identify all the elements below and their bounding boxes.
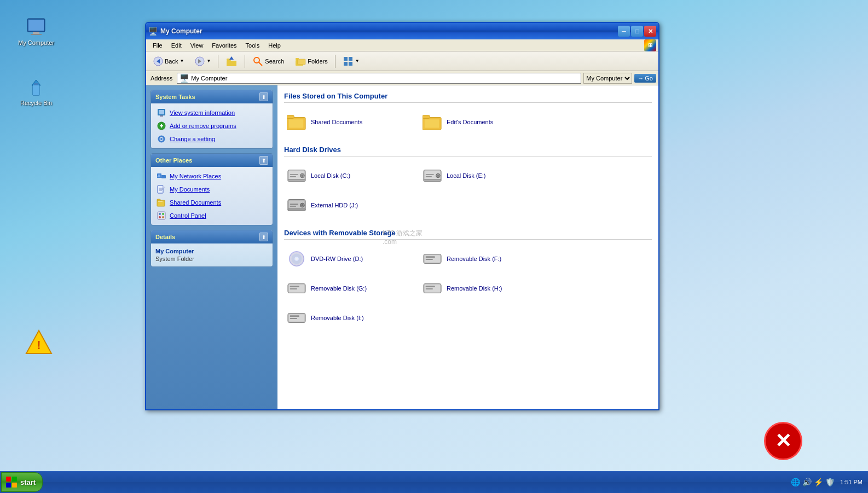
edits-documents-folder-icon — [423, 112, 442, 132]
removable-i-item[interactable]: Removable Disk (I:) — [284, 305, 415, 330]
svg-rect-85 — [426, 256, 435, 258]
removable-h-icon — [423, 279, 442, 298]
svg-rect-77 — [288, 209, 305, 211]
maximize-button[interactable]: □ — [631, 26, 643, 37]
removable-f-item[interactable]: Removable Disk (F:) — [420, 246, 551, 271]
taskbar-time: 1:51 PM — [840, 479, 863, 485]
svg-rect-93 — [426, 286, 435, 287]
svg-rect-1 — [28, 20, 44, 31]
toolbar-separator-2 — [245, 55, 245, 68]
search-button[interactable]: Search — [247, 54, 289, 69]
menu-help[interactable]: Help — [264, 41, 285, 50]
svg-marker-15 — [229, 56, 234, 60]
svg-rect-75 — [290, 204, 298, 205]
my-documents-label: My Documents — [170, 186, 210, 193]
go-button[interactable]: → Go — [634, 74, 656, 83]
system-tasks-items: View system information Add or remove p — [151, 103, 273, 148]
svg-rect-44 — [157, 199, 160, 201]
change-setting-icon — [157, 134, 166, 144]
sidebar: System Tasks ⬆ Vie — [146, 85, 277, 409]
removable-h-item[interactable]: Removable Disk (H:) — [420, 276, 551, 301]
removable-f-label: Removable Disk (F:) — [447, 256, 501, 262]
details-subtitle: System Folder — [155, 256, 268, 262]
desktop-icon-warning[interactable]: ! — [16, 328, 56, 350]
views-button[interactable]: ▼ — [338, 54, 364, 69]
menu-file[interactable]: File — [148, 41, 167, 50]
svg-rect-53 — [289, 119, 304, 127]
start-button[interactable]: start — [1, 472, 43, 492]
shared-documents-label: Shared Documents — [170, 199, 221, 206]
removable-g-item[interactable]: Removable Disk (G:) — [284, 276, 415, 301]
local-disk-e-item[interactable]: Local Disk (E:) — [420, 163, 551, 188]
sidebar-item-my-documents[interactable]: My Documents — [154, 183, 269, 195]
other-places-header[interactable]: Other Places ⬆ — [151, 154, 273, 167]
control-panel-icon — [157, 211, 166, 221]
svg-rect-86 — [426, 259, 433, 260]
svg-rect-94 — [426, 288, 433, 289]
details-collapse[interactable]: ⬆ — [259, 233, 268, 241]
back-icon — [153, 56, 163, 66]
warning-icon: ! — [25, 328, 47, 350]
other-places-collapse[interactable]: ⬆ — [259, 156, 268, 165]
edits-documents-item[interactable]: Edit's Documents — [420, 109, 551, 135]
svg-rect-56 — [425, 119, 439, 127]
sidebar-item-control-panel[interactable]: Control Panel — [154, 210, 269, 222]
back-button[interactable]: Back ▼ — [148, 54, 189, 68]
address-dropdown[interactable]: My Computer — [583, 73, 632, 84]
shared-documents-item[interactable]: Shared Documents — [284, 109, 415, 135]
menu-favorites[interactable]: Favorites — [207, 41, 241, 50]
sidebar-item-add-remove-programs[interactable]: Add or remove programs — [154, 120, 269, 132]
local-disk-c-item[interactable]: Local Disk (C:) — [284, 163, 415, 188]
details-name: My Computer — [155, 248, 268, 254]
svg-rect-23 — [344, 62, 348, 66]
svg-rect-69 — [426, 176, 432, 177]
svg-point-16 — [254, 57, 259, 63]
menu-edit[interactable]: Edit — [167, 41, 186, 50]
details-header[interactable]: Details ⬆ — [151, 230, 273, 243]
up-button[interactable] — [221, 53, 242, 69]
dvd-d-item[interactable]: DVD-RW Drive (D:) — [284, 246, 415, 271]
sidebar-item-my-network-places[interactable]: My Network Places — [154, 170, 269, 182]
address-bar: Address 🖥️ My Computer My Computer → Go — [146, 71, 658, 85]
svg-rect-89 — [290, 286, 299, 287]
address-input[interactable]: 🖥️ My Computer — [177, 73, 581, 84]
minimize-button[interactable]: ─ — [618, 26, 630, 37]
removable-h-label: Removable Disk (H:) — [447, 285, 502, 292]
svg-rect-34 — [158, 175, 160, 177]
desktop-icon-label: Recycle Bin — [16, 100, 56, 106]
folders-button[interactable]: Folders — [290, 54, 333, 69]
views-dropdown-icon[interactable]: ▼ — [355, 59, 360, 63]
svg-rect-5 — [33, 85, 39, 95]
svg-rect-63 — [288, 179, 305, 182]
svg-rect-24 — [349, 62, 352, 66]
shared-documents-label: Shared Documents — [311, 119, 362, 125]
forward-button[interactable]: ▼ — [190, 54, 216, 68]
my-network-places-icon — [157, 171, 166, 181]
tray-icon-3: ⚡ — [814, 478, 823, 486]
back-dropdown-icon[interactable]: ▼ — [180, 59, 184, 63]
tray-icon-4: 🛡️ — [825, 478, 835, 486]
system-tasks-collapse[interactable]: ⬆ — [259, 92, 268, 101]
svg-rect-13 — [227, 61, 236, 66]
sidebar-item-shared-documents[interactable]: Shared Documents — [154, 196, 269, 208]
svg-marker-39 — [163, 185, 165, 188]
removable-i-icon — [287, 308, 306, 328]
external-hdd-j-item[interactable]: External HDD (J:) — [284, 193, 415, 218]
svg-rect-98 — [290, 318, 297, 319]
menu-view[interactable]: View — [186, 41, 208, 50]
red-x-button[interactable]: ✕ — [764, 422, 802, 460]
menu-tools[interactable]: Tools — [241, 41, 264, 50]
close-button[interactable]: ✕ — [644, 26, 656, 37]
sidebar-item-change-setting[interactable]: Change a setting — [154, 133, 269, 145]
window-title-text: My Computer — [160, 27, 615, 35]
removable-f-icon — [423, 249, 442, 269]
forward-dropdown-icon[interactable]: ▼ — [206, 59, 211, 63]
sidebar-item-view-system-info[interactable]: View system information — [154, 107, 269, 119]
desktop-icon-recycle-bin[interactable]: Recycle Bin — [16, 77, 56, 106]
change-setting-label: Change a setting — [170, 136, 215, 142]
svg-rect-68 — [426, 174, 434, 175]
svg-point-48 — [162, 213, 164, 215]
system-tasks-header[interactable]: System Tasks ⬆ — [151, 90, 273, 103]
recycle-bin-icon — [25, 77, 47, 98]
desktop-icon-my-computer[interactable]: My Computer — [16, 16, 56, 46]
